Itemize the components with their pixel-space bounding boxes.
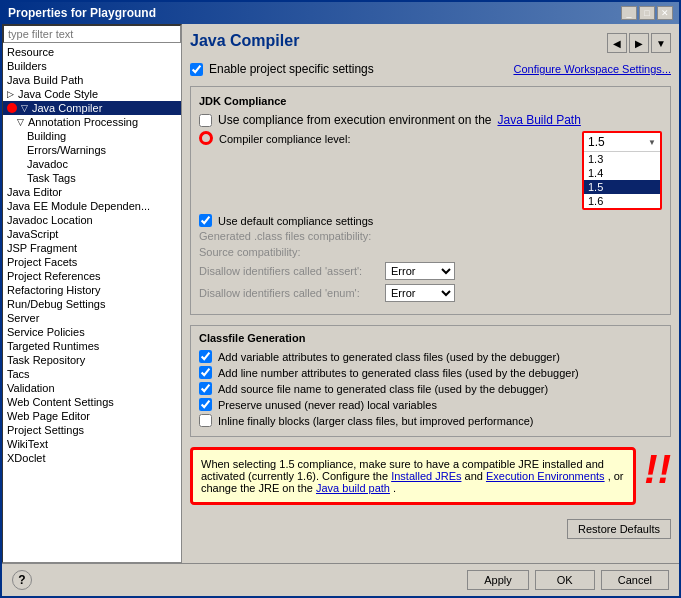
expand-icon: ▷	[7, 89, 14, 99]
sidebar-item-web-page-editor[interactable]: Web Page Editor	[3, 409, 181, 423]
use-execution-env-row: Use compliance from execution environmen…	[199, 113, 662, 127]
java-editor-label: Java Editor	[7, 186, 62, 198]
classfile-check-2: Add line number attributes to generated …	[199, 366, 662, 379]
compliance-option-13[interactable]: 1.3	[584, 152, 660, 166]
sidebar-item-run-debug[interactable]: Run/Debug Settings	[3, 297, 181, 311]
add-variable-checkbox[interactable]	[199, 350, 212, 363]
web-project-settings-label: Project Settings	[7, 424, 84, 436]
enable-specific-settings-checkbox[interactable]	[190, 63, 203, 76]
use-default-checkbox[interactable]	[199, 214, 212, 227]
java-build-path-warn-link[interactable]: Java build path	[316, 482, 390, 494]
use-execution-env-label: Use compliance from execution environmen…	[218, 113, 491, 127]
sidebar-item-resource[interactable]: Resource	[3, 45, 181, 59]
xdoclet-label: XDoclet	[7, 452, 46, 464]
jdk-compliance-section: JDK Compliance Use compliance from execu…	[190, 86, 671, 315]
sidebar-item-annotation[interactable]: ▽ Annotation Processing	[3, 115, 181, 129]
inline-finally-checkbox[interactable]	[199, 414, 212, 427]
execution-environments-link[interactable]: Execution Environments	[486, 470, 605, 482]
apply-button[interactable]: Apply	[467, 570, 529, 590]
bottom-right-buttons: Apply OK Cancel	[467, 570, 669, 590]
task-repository-label: Task Repository	[7, 354, 85, 366]
sidebar-item-java-code-style[interactable]: ▷ Java Code Style	[3, 87, 181, 101]
sidebar-item-javadoc-location[interactable]: Javadoc Location	[3, 213, 181, 227]
sidebar-item-validation[interactable]: Validation	[3, 381, 181, 395]
sidebar-item-javascript[interactable]: JavaScript	[3, 227, 181, 241]
building-label: Building	[27, 130, 66, 142]
sidebar-item-java-compiler[interactable]: ▽ Java Compiler	[3, 101, 181, 115]
close-button[interactable]: ✕	[657, 6, 673, 20]
panel-title: Java Compiler	[190, 32, 299, 50]
back-button[interactable]: ◀	[607, 33, 627, 53]
add-source-file-label: Add source file name to generated class …	[218, 383, 548, 395]
warning-box: When selecting 1.5 compliance, make sure…	[190, 447, 636, 505]
sidebar-item-project-references[interactable]: Project References	[3, 269, 181, 283]
java-build-path-link[interactable]: Java Build Path	[497, 113, 580, 127]
jsp-fragment-label: JSP Fragment	[7, 242, 77, 254]
web-page-editor-label: Web Page Editor	[7, 410, 90, 422]
sidebar-item-java-ee[interactable]: Java EE Module Dependen...	[3, 199, 181, 213]
selected-compliance: 1.5	[588, 135, 605, 149]
compliance-option-14[interactable]: 1.4	[584, 166, 660, 180]
assert-select[interactable]: Error	[385, 262, 455, 280]
preserve-unused-checkbox[interactable]	[199, 398, 212, 411]
jdk-section-title: JDK Compliance	[199, 95, 662, 107]
sidebar-item-builders[interactable]: Builders	[3, 59, 181, 73]
sidebar-item-web-project-settings[interactable]: Project Settings	[3, 423, 181, 437]
bottom-bar: ? Apply OK Cancel	[2, 563, 679, 596]
add-line-number-checkbox[interactable]	[199, 366, 212, 379]
annotation-label: Annotation Processing	[28, 116, 138, 128]
filter-input[interactable]	[3, 25, 181, 43]
sidebar-item-java-build-path[interactable]: Java Build Path	[3, 73, 181, 87]
help-button[interactable]: ?	[12, 570, 32, 590]
minimize-button[interactable]: _	[621, 6, 637, 20]
sidebar-item-targeted-runtimes[interactable]: Targeted Runtimes	[3, 339, 181, 353]
sidebar-item-jsp-fragment[interactable]: JSP Fragment	[3, 241, 181, 255]
sidebar-item-errors-warnings[interactable]: Errors/Warnings	[3, 143, 181, 157]
sidebar-item-wikitext[interactable]: WikiText	[3, 437, 181, 451]
sidebar-item-xdoclet[interactable]: XDoclet	[3, 451, 181, 465]
maximize-button[interactable]: □	[639, 6, 655, 20]
sidebar-item-service-policies[interactable]: Service Policies	[3, 325, 181, 339]
sidebar-item-task-repository[interactable]: Task Repository	[3, 353, 181, 367]
sidebar-item-web-content[interactable]: Web Content Settings	[3, 395, 181, 409]
compliance-indicator	[199, 131, 213, 145]
sidebar-item-task-tags-2[interactable]: Tacs	[3, 367, 181, 381]
properties-window: Properties for Playground _ □ ✕ Resource…	[0, 0, 681, 598]
use-execution-env-checkbox[interactable]	[199, 114, 212, 127]
classfile-check-1: Add variable attributes to generated cla…	[199, 350, 662, 363]
compliance-dropdown[interactable]: 1.5 ▼ 1.3 1.4 1.5 1.6	[582, 131, 662, 210]
expand-icon: ▽	[17, 117, 24, 127]
sidebar-item-task-tags[interactable]: Task Tags	[3, 171, 181, 185]
sidebar-item-project-facets[interactable]: Project Facets	[3, 255, 181, 269]
exclamation-mark-1: !!	[644, 447, 671, 492]
content-area: Resource Builders Java Build Path ▷ Java…	[2, 24, 679, 563]
ok-button[interactable]: OK	[535, 570, 595, 590]
sidebar-item-javadoc[interactable]: Javadoc	[3, 157, 181, 171]
sidebar-item-server[interactable]: Server	[3, 311, 181, 325]
cancel-button[interactable]: Cancel	[601, 570, 669, 590]
errors-warnings-label: Errors/Warnings	[27, 144, 106, 156]
compliance-option-16[interactable]: 1.6	[584, 194, 660, 208]
add-source-file-checkbox[interactable]	[199, 382, 212, 395]
installed-jres-link[interactable]: Installed JREs	[391, 470, 461, 482]
disallow-assert-label: Disallow identifiers called 'assert':	[199, 265, 379, 277]
generated-class-row: Generated .class files compatibility:	[199, 230, 662, 242]
enum-select[interactable]: Error	[385, 284, 455, 302]
wikitext-label: WikiText	[7, 438, 48, 450]
dropdown-top[interactable]: 1.5 ▼	[584, 133, 660, 152]
java-ee-label: Java EE Module Dependen...	[7, 200, 150, 212]
sidebar-item-java-editor[interactable]: Java Editor	[3, 185, 181, 199]
restore-defaults-button[interactable]: Restore Defaults	[567, 519, 671, 539]
dropdown-button[interactable]: ▼	[651, 33, 671, 53]
disallow-enum-row: Disallow identifiers called 'enum': Erro…	[199, 284, 662, 302]
configure-workspace-link[interactable]: Configure Workspace Settings...	[513, 63, 671, 75]
javascript-label: JavaScript	[7, 228, 58, 240]
targeted-runtimes-label: Targeted Runtimes	[7, 340, 99, 352]
sidebar-item-refactoring-history[interactable]: Refactoring History	[3, 283, 181, 297]
compliance-option-15[interactable]: 1.5	[584, 180, 660, 194]
javadoc-location-label: Javadoc Location	[7, 214, 93, 226]
sidebar: Resource Builders Java Build Path ▷ Java…	[2, 24, 182, 563]
forward-button[interactable]: ▶	[629, 33, 649, 53]
sidebar-item-building[interactable]: Building	[3, 129, 181, 143]
generated-class-label: Generated .class files compatibility:	[199, 230, 379, 242]
